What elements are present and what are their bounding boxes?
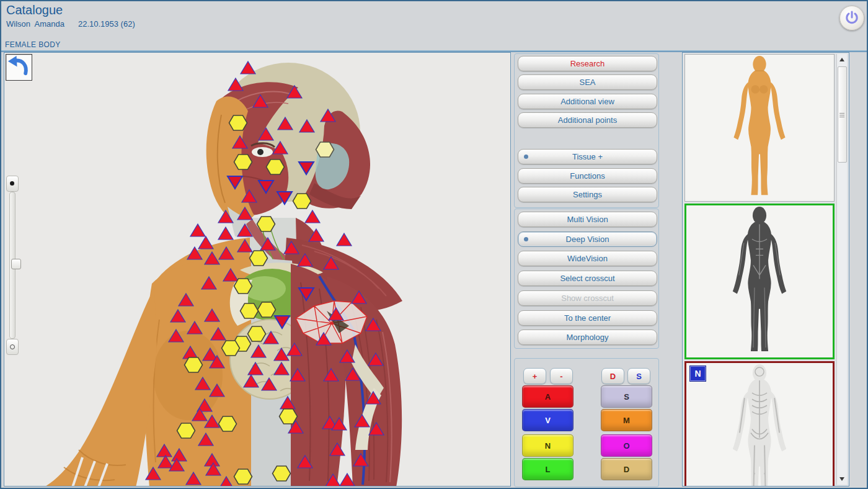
slider-top-button[interactable] xyxy=(6,176,19,192)
swatch-a[interactable]: A xyxy=(522,385,574,408)
select-crosscut-button[interactable]: Select crosscut xyxy=(518,271,657,286)
tissue-plus-button[interactable]: Tissue + xyxy=(518,149,657,164)
thumbnail-muscle-model[interactable] xyxy=(684,204,835,359)
deep-vision-button[interactable]: Deep Vision xyxy=(518,231,657,247)
research-button[interactable]: Research xyxy=(518,56,657,71)
chevron-up-icon xyxy=(839,58,844,61)
swatch-m[interactable]: M xyxy=(601,409,652,431)
slider-thumb[interactable] xyxy=(11,259,21,269)
wide-vision-button[interactable]: WideVision xyxy=(518,251,657,266)
show-crosscut-button: Show crosscut xyxy=(518,290,657,306)
thumbnail-skeleton-model[interactable]: N xyxy=(684,361,835,487)
slider-track[interactable] xyxy=(9,192,16,339)
undo-button[interactable] xyxy=(6,54,32,81)
scrollbar-thumb[interactable] xyxy=(838,66,847,163)
chevron-down-icon xyxy=(839,477,844,481)
swatch-s[interactable]: S xyxy=(601,385,652,408)
patient-name: Wilson Amanda xyxy=(6,19,64,29)
sidebar-scrollbar[interactable] xyxy=(836,54,847,485)
body-model-canvas[interactable] xyxy=(4,52,511,487)
d-toggle-button[interactable]: D xyxy=(601,368,624,384)
section-label: FEMALE BODY xyxy=(5,40,61,49)
open-dot-icon xyxy=(10,344,15,349)
catalogue-window: Catalogue Wilson Amanda22.10.1953 (62) F… xyxy=(0,0,868,489)
swatch-d[interactable]: D xyxy=(601,458,652,480)
scroll-up-button[interactable] xyxy=(837,54,847,65)
swatch-l[interactable]: L xyxy=(522,458,574,480)
multi-vision-button[interactable]: Multi Vision xyxy=(518,212,657,227)
undo-arrow-icon xyxy=(6,55,30,79)
n-badge: N xyxy=(690,366,706,381)
thumbnail-skin-model[interactable] xyxy=(684,54,835,202)
model-selector-sidebar: N xyxy=(682,52,849,487)
morphology-button[interactable]: Morphology xyxy=(518,330,657,345)
to-the-center-button[interactable]: To the center xyxy=(518,310,657,326)
patient-info: Wilson Amanda22.10.1953 (62) xyxy=(6,19,135,29)
actions-group: Research SEA Additional view Additional … xyxy=(514,53,659,208)
swatch-n[interactable]: N xyxy=(522,434,574,457)
additional-view-button[interactable]: Additional view xyxy=(518,94,657,109)
sea-button[interactable]: SEA xyxy=(518,74,657,90)
swatch-o[interactable]: O xyxy=(601,434,652,457)
filled-dot-icon xyxy=(10,181,14,186)
power-icon xyxy=(844,11,859,25)
settings-button[interactable]: Settings xyxy=(518,187,657,202)
anatomical-model xyxy=(4,53,511,487)
scrollbar-grip xyxy=(839,112,844,119)
marker-legend-group: + - D S A V N L S M O D xyxy=(514,358,659,487)
radio-dot-icon xyxy=(524,237,528,241)
slider-bottom-button[interactable] xyxy=(6,339,19,355)
vision-group: Multi Vision Deep Vision WideVision Sele… xyxy=(514,209,659,349)
patient-dob: 22.10.1953 (62) xyxy=(78,19,135,29)
additional-points-button[interactable]: Additional points xyxy=(518,112,657,128)
zoom-plus-button[interactable]: + xyxy=(523,368,546,384)
swatch-v[interactable]: V xyxy=(522,409,574,431)
functions-button[interactable]: Functions xyxy=(518,168,657,184)
scroll-down-button[interactable] xyxy=(837,473,847,485)
power-button[interactable] xyxy=(839,6,864,30)
radio-dot-icon xyxy=(524,155,528,159)
zoom-minus-button[interactable]: - xyxy=(550,368,573,384)
s-toggle-button[interactable]: S xyxy=(627,368,650,384)
zoom-slider[interactable] xyxy=(6,176,19,356)
page-title: Catalogue xyxy=(6,3,63,17)
